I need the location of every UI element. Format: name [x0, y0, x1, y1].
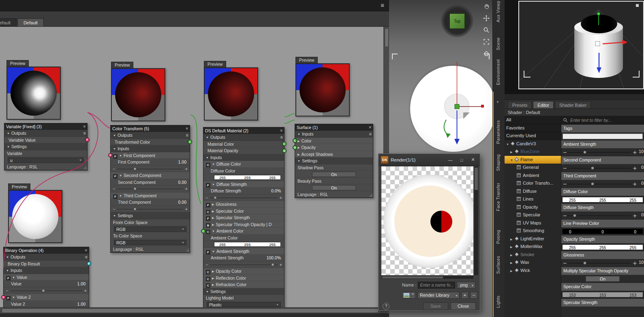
- slider-decrement[interactable]: −: [6, 287, 8, 294]
- tree-arrow-icon[interactable]: ▼: [506, 140, 510, 148]
- render-library-dropdown[interactable]: Render Library ▼: [417, 292, 460, 299]
- tree-item-diffuse[interactable]: Diffuse: [505, 188, 561, 196]
- scrollbar-thumb[interactable]: [2, 308, 379, 313]
- preview-label[interactable]: Preview: [8, 183, 30, 190]
- tree-item-wick[interactable]: ▶Wick: [505, 267, 561, 275]
- property-group-second-component[interactable]: F▼Second Component: [111, 172, 190, 179]
- slider-thumb[interactable]: [591, 166, 594, 170]
- side-tab-surfaces[interactable]: Surfaces: [496, 256, 501, 274]
- node-resize-grip[interactable]: [185, 247, 189, 252]
- property-group-refraction-color[interactable]: C▶Refraction Color: [203, 281, 284, 288]
- slider-thumb[interactable]: [591, 182, 594, 185]
- slider-track[interactable]: [10, 291, 82, 291]
- prop-control-diffuse-strength[interactable]: −+0: [561, 212, 644, 220]
- scrollbar-thumb[interactable]: [382, 276, 443, 278]
- tree-arrow-icon[interactable]: ▶: [510, 148, 514, 156]
- collapse-icon[interactable]: ▶: [297, 140, 300, 142]
- frame-icon[interactable]: [482, 38, 490, 46]
- collapse-icon[interactable]: ▼: [113, 134, 116, 137]
- wire-green-3[interactable]: [190, 115, 201, 204]
- tree-item-color-transfo[interactable]: Color Transfo...: [505, 179, 561, 188]
- collapse-icon[interactable]: ▼: [119, 154, 122, 157]
- node-variable[interactable]: Variable [Fixed] (3)✕▼Outputs≡Variable V…: [4, 123, 88, 170]
- collapse-icon[interactable]: ▶: [212, 223, 214, 226]
- node-surface[interactable]: Surface (1)✕▼Inputs≡▶ColorC▶OpacityG▶Acc…: [295, 124, 373, 198]
- node-menu-icon[interactable]: ≡: [83, 130, 86, 136]
- tags-input[interactable]: [563, 134, 643, 139]
- connector-c-icon[interactable]: C: [293, 138, 297, 143]
- collapse-icon[interactable]: ▼: [206, 156, 209, 159]
- slider-track[interactable]: [567, 152, 631, 153]
- node-resize-grip[interactable]: [368, 192, 372, 197]
- collapse-icon[interactable]: ▼: [297, 160, 300, 162]
- connector-f-icon[interactable]: F: [85, 138, 90, 142]
- render-window-titlebar[interactable]: DS Render(1/1) — □ ✕: [379, 154, 480, 166]
- tree-arrow-icon[interactable]: ▼: [510, 156, 514, 164]
- property-group-specular-through-opacity-d[interactable]: B▶Specular Through Opacity | D: [203, 221, 284, 228]
- collapse-icon[interactable]: ▶: [212, 277, 214, 280]
- node-titlebar[interactable]: Color Transform (5)✕: [111, 125, 190, 132]
- slider-decrement[interactable]: −: [563, 260, 567, 267]
- close-node-icon[interactable]: ✕: [368, 124, 372, 131]
- slider-track[interactable]: [210, 198, 278, 198]
- slider-decrement[interactable]: −: [113, 185, 115, 192]
- tree-arrow-icon[interactable]: ▶: [510, 235, 514, 243]
- canvas-horizontal-scrollbar[interactable]: [0, 307, 383, 313]
- prop-control-second-component[interactable]: −+0: [561, 164, 644, 173]
- wire-red-1[interactable]: [88, 112, 110, 128]
- move-icon[interactable]: [482, 14, 490, 22]
- slider-track[interactable]: [567, 263, 631, 263]
- close-button[interactable]: Close: [451, 302, 476, 310]
- close-node-icon[interactable]: ✕: [280, 127, 283, 134]
- slider-thumb[interactable]: [133, 187, 137, 190]
- view-cube[interactable]: Top: [449, 13, 465, 29]
- collapse-icon[interactable]: ▼: [297, 133, 300, 136]
- property-group-value-2[interactable]: F▼Value 2F: [4, 294, 89, 301]
- section-header-settings[interactable]: ▼Settings: [295, 157, 373, 164]
- collapse-icon[interactable]: ▼: [6, 269, 9, 272]
- collapse-icon[interactable]: ▼: [206, 136, 209, 139]
- pan-hand-icon[interactable]: [482, 2, 490, 11]
- doc-tab-default-1[interactable]: efault: [0, 18, 17, 26]
- dropdown[interactable]: RGB▼: [114, 240, 186, 245]
- node-titlebar[interactable]: DS Default Material (2)✕: [203, 127, 284, 134]
- color-swatch[interactable]: 255255255: [214, 175, 281, 180]
- tree-item-currently-used[interactable]: Currently Used: [505, 132, 561, 140]
- property-group-glossiness[interactable]: F▶Glossiness: [203, 201, 284, 208]
- slider-thumb[interactable]: [573, 214, 576, 217]
- slider-decrement[interactable]: −: [563, 212, 567, 220]
- tree-arrow-icon[interactable]: ▶: [510, 251, 514, 259]
- node-menu-icon[interactable]: ≡: [186, 132, 188, 138]
- section-header-settings[interactable]: ▼Settings: [111, 212, 190, 219]
- collapse-icon[interactable]: ▼: [212, 163, 215, 166]
- property-group-color[interactable]: ▶ColorC: [295, 138, 373, 144]
- section-header-inputs[interactable]: ▼Inputs: [203, 154, 284, 161]
- connector-f-icon[interactable]: F: [108, 153, 113, 157]
- tree-arrow-icon[interactable]: ▶: [510, 243, 514, 251]
- panel-tab-shader-baker[interactable]: Shader Baker: [555, 101, 591, 108]
- slider-thumb[interactable]: [271, 263, 274, 266]
- collapse-icon[interactable]: ▼: [7, 145, 10, 148]
- render-name-input[interactable]: [418, 282, 455, 289]
- remove-button[interactable]: −: [470, 292, 477, 299]
- slider-track[interactable]: [117, 209, 183, 209]
- collapse-icon[interactable]: ▶: [297, 153, 300, 156]
- slider-increment[interactable]: +: [185, 206, 188, 212]
- collapse-icon[interactable]: ▼: [6, 256, 9, 259]
- collapse-icon[interactable]: ▼: [113, 214, 116, 217]
- slider-track[interactable]: [567, 168, 631, 168]
- color-swatch[interactable]: 153153153: [562, 292, 643, 298]
- collapse-icon[interactable]: ▼: [212, 230, 215, 233]
- wire-green-4[interactable]: [285, 114, 295, 117]
- slider-decrement[interactable]: −: [205, 261, 208, 268]
- slider-track[interactable]: [117, 189, 183, 189]
- save-button[interactable]: Save: [423, 302, 448, 310]
- node-binary[interactable]: Binary Operation (4)✕▼Outputs≡Binary Op …: [3, 247, 89, 307]
- file-extension-dropdown[interactable]: .png ▼: [457, 282, 475, 289]
- tree-item-lines[interactable]: Lines: [505, 195, 561, 203]
- collapse-icon[interactable]: ▶: [297, 146, 300, 149]
- slider-increment[interactable]: +: [280, 261, 282, 268]
- node-ds-default-material[interactable]: DS Default Material (2)✕▼Outputs≡Materia…: [203, 127, 285, 307]
- scrollbar-thumb[interactable]: [475, 168, 478, 190]
- minimize-icon[interactable]: —: [446, 157, 455, 162]
